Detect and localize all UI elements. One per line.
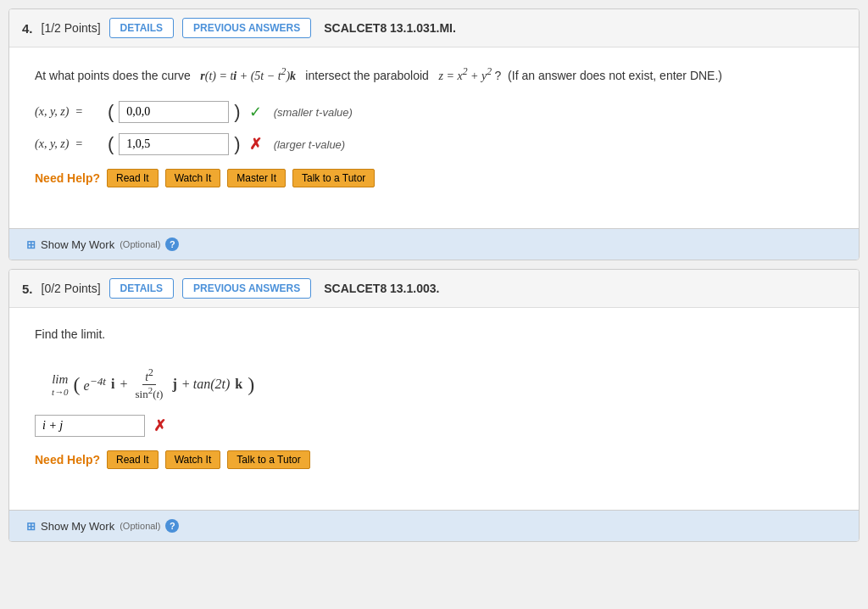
- read-it-button-5[interactable]: Read It: [107, 450, 159, 469]
- fraction-numerator: t2: [142, 367, 156, 385]
- bold-j-1: j: [172, 377, 176, 392]
- show-work-icon-5: ⊞: [26, 520, 36, 533]
- fraction-denominator: sin2(t): [133, 385, 166, 401]
- course-ref-5: SCALCET8 13.1.003.: [324, 282, 439, 295]
- talk-to-tutor-button-5[interactable]: Talk to a Tutor: [227, 450, 309, 469]
- need-help-row-4: Need Help? Read It Watch It Master It Ta…: [35, 169, 833, 187]
- close-paren-2: ): [234, 135, 240, 154]
- plus-2: +: [182, 377, 190, 392]
- bold-k-1: k: [235, 377, 242, 392]
- show-work-optional-4: (Optional): [120, 239, 160, 249]
- paraboloid-expr: z = x2 + y2: [439, 70, 495, 82]
- answer-input-2[interactable]: [119, 133, 229, 155]
- bold-i-1: i: [111, 377, 114, 392]
- talk-to-tutor-button-4[interactable]: Talk to a Tutor: [292, 169, 375, 187]
- show-my-work-4[interactable]: ⊞ Show My Work (Optional) ?: [9, 228, 859, 260]
- lim-text: lim t→0: [52, 372, 69, 397]
- master-it-button-4[interactable]: Master It: [227, 169, 286, 187]
- watch-it-button-5[interactable]: Watch It: [165, 450, 221, 469]
- lim-paren-close: ): [248, 373, 254, 396]
- open-paren-1: (: [108, 103, 114, 121]
- answer-input-5[interactable]: [35, 415, 145, 437]
- need-help-row-5: Need Help? Read It Watch It Talk to a Tu…: [35, 450, 833, 469]
- answer-row-2: (x, y, z) = ( ) ✗ (larger t-value): [35, 133, 833, 155]
- incorrect-mark-5: ✗: [153, 416, 166, 435]
- answer-label-1: (x, y, z) =: [35, 105, 103, 119]
- answer-row-5: ✗: [35, 415, 833, 437]
- tan-term: tan(2t): [193, 377, 231, 392]
- correct-mark-1: ✓: [249, 103, 262, 121]
- question-4-body: At what points does the curve r(t) = ti …: [9, 47, 859, 211]
- lim-paren-open: (: [74, 373, 81, 396]
- help-icon-4[interactable]: ?: [165, 237, 179, 251]
- show-work-icon-4: ⊞: [26, 238, 36, 251]
- question-4-header: 4. [1/2 Points] DETAILS PREVIOUS ANSWERS…: [9, 9, 859, 47]
- answer-row-1: (x, y, z) = ( ) ✓ (smaller t-value): [35, 101, 833, 123]
- math-expression-4: r(t) = ti + (5t − t2)k: [200, 70, 298, 82]
- answer-label-2: (x, y, z) =: [35, 137, 103, 151]
- need-help-label-5: Need Help?: [35, 453, 100, 467]
- question-5-header: 5. [0/2 Points] DETAILS PREVIOUS ANSWERS…: [9, 270, 859, 308]
- plus-1: +: [120, 377, 128, 392]
- need-help-label-4: Need Help?: [35, 171, 100, 185]
- read-it-button-4[interactable]: Read It: [107, 169, 159, 187]
- show-work-optional-5: (Optional): [120, 521, 160, 531]
- question-4-points: [1/2 Points]: [42, 21, 101, 35]
- show-work-label-5: Show My Work: [41, 520, 114, 533]
- question-5-number: 5.: [22, 282, 33, 296]
- question-5-text: Find the limit.: [35, 325, 833, 344]
- fraction-term: t2 sin2(t): [133, 367, 166, 401]
- course-ref-4: SCALCET8 13.1.031.MI.: [324, 21, 456, 35]
- question-4: 4. [1/2 Points] DETAILS PREVIOUS ANSWERS…: [8, 8, 860, 260]
- help-icon-5[interactable]: ?: [165, 519, 179, 533]
- question-5: 5. [0/2 Points] DETAILS PREVIOUS ANSWERS…: [8, 269, 860, 542]
- question-4-text: At what points does the curve r(t) = ti …: [35, 64, 833, 86]
- larger-t-label: (larger t-value): [274, 138, 346, 151]
- open-paren-2: (: [108, 135, 114, 154]
- incorrect-mark-2: ✗: [249, 135, 262, 154]
- answer-input-1[interactable]: [119, 101, 229, 123]
- question-5-body: Find the limit. lim t→0 ( e−4t i + t2 si…: [9, 308, 859, 493]
- question-5-points: [0/2 Points]: [42, 282, 101, 295]
- watch-it-button-4[interactable]: Watch It: [165, 169, 221, 187]
- details-button-4[interactable]: DETAILS: [109, 18, 174, 38]
- lim-term1: e−4t: [84, 375, 106, 394]
- limit-expression-5: lim t→0 ( e−4t i + t2 sin2(t) j + tan(2t…: [52, 367, 254, 401]
- prev-answers-button-5[interactable]: PREVIOUS ANSWERS: [182, 278, 311, 299]
- close-paren-1: ): [234, 103, 240, 121]
- smaller-t-label: (smaller t-value): [274, 106, 353, 119]
- details-button-5[interactable]: DETAILS: [109, 278, 174, 299]
- question-4-number: 4.: [22, 21, 33, 36]
- show-work-label-4: Show My Work: [41, 238, 114, 251]
- show-my-work-5[interactable]: ⊞ Show My Work (Optional) ?: [9, 510, 859, 541]
- prev-answers-button-4[interactable]: PREVIOUS ANSWERS: [182, 18, 311, 38]
